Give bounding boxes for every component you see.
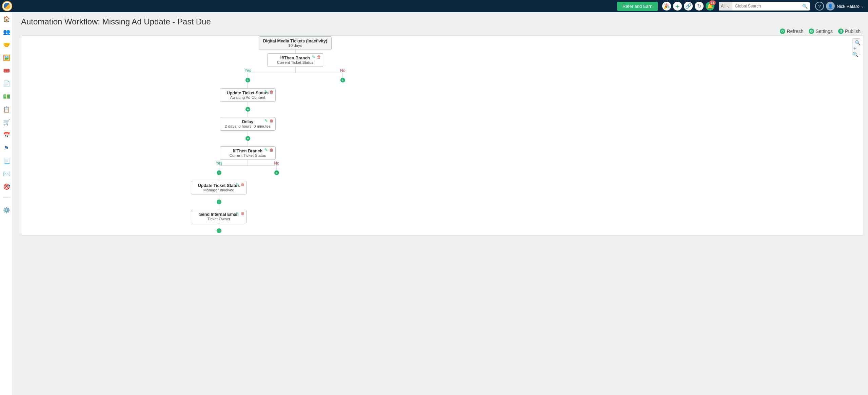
- page-title: Automation Workflow: Missing Ad Update -…: [21, 17, 863, 26]
- add-step-final[interactable]: +: [217, 228, 221, 233]
- delete-icon[interactable]: 🗑: [317, 55, 321, 59]
- publish-label: Publish: [845, 29, 861, 34]
- notifications-icon[interactable]: 🔔32: [706, 2, 714, 11]
- add-step-yes-1[interactable]: +: [245, 78, 250, 82]
- branch-1-yes-label: Yes: [244, 68, 251, 73]
- node-trigger-title: Digital Media Tickets (Inactivity): [262, 39, 328, 43]
- branch-2-no-label: No: [274, 161, 279, 166]
- delete-icon[interactable]: 🗑: [270, 118, 274, 123]
- node-branch-1-sub: Current Ticket Status: [271, 60, 319, 64]
- add-step-no-1[interactable]: +: [340, 78, 345, 82]
- refresh-button[interactable]: ⟳ Refresh: [780, 29, 803, 34]
- edit-icon[interactable]: ✎: [236, 182, 239, 187]
- node-trigger[interactable]: Digital Media Tickets (Inactivity) 10 da…: [259, 36, 332, 50]
- edit-icon[interactable]: ✎: [264, 148, 268, 152]
- side-nav: 🏠 👥 🤝 🖼️ 🎟️ 📄 💵 📋 🛒 📅 ⚑ 📃 ✉️ 🎯 ⚙️: [0, 12, 13, 395]
- branch-1-no-label: No: [340, 68, 345, 73]
- node-email[interactable]: ✎ 🗑 Send Internal Email Ticket Owner: [191, 210, 247, 223]
- nav-docs-icon[interactable]: 📄: [3, 80, 10, 87]
- add-step-after-update-2[interactable]: +: [217, 200, 221, 204]
- top-bar: Refer and Earn 🎉 ＋ 🔗 ↻ 🔔32 All ⌄ 🔍 ? 👤 N…: [0, 0, 868, 12]
- nav-contacts-icon[interactable]: 👥: [3, 29, 10, 35]
- node-delay[interactable]: ✎ 🗑 Delay 2 days, 0 hours, 0 minutes: [220, 117, 276, 131]
- celebrate-icon[interactable]: 🎉: [662, 2, 671, 11]
- edit-icon[interactable]: ✎: [264, 90, 268, 94]
- nav-deals-icon[interactable]: 🤝: [3, 41, 10, 48]
- settings-label: Settings: [815, 29, 833, 34]
- settings-icon: ⚙: [809, 29, 814, 34]
- refresh-label: Refresh: [787, 29, 803, 34]
- search-scope-label: All: [721, 4, 725, 8]
- notification-badge: 32: [709, 0, 716, 5]
- history-icon[interactable]: ↻: [695, 2, 704, 11]
- edit-icon[interactable]: ✎: [264, 118, 268, 123]
- settings-button[interactable]: ⚙ Settings: [809, 29, 833, 34]
- nav-settings-icon[interactable]: ⚙️: [3, 207, 10, 213]
- node-branch-1[interactable]: ✎ 🗑 If/Then Branch Current Ticket Status: [267, 53, 323, 67]
- nav-media-icon[interactable]: 🖼️: [3, 54, 10, 61]
- nav-tickets-icon[interactable]: 🎟️: [3, 67, 10, 74]
- search-scope-dropdown[interactable]: All ⌄: [719, 2, 732, 11]
- add-step-after-update-1[interactable]: +: [245, 107, 250, 112]
- search-input[interactable]: [732, 2, 800, 11]
- workflow-canvas[interactable]: −🔍 ＋🔍: [21, 35, 863, 236]
- publish-button[interactable]: ⬆ Publish: [838, 29, 861, 34]
- link-icon[interactable]: 🔗: [684, 2, 693, 11]
- app-logo[interactable]: [2, 1, 12, 11]
- node-update-1[interactable]: ✎ 🗑 Update Ticket Status Awaiting Ad Con…: [220, 88, 276, 102]
- avatar[interactable]: 👤: [826, 2, 835, 11]
- node-update-2[interactable]: ✎ 🗑 Update Ticket Status Manager Involve…: [191, 181, 247, 194]
- node-update-1-sub: Awaiting Ad Content: [223, 95, 272, 99]
- add-icon[interactable]: ＋: [673, 2, 682, 11]
- refresh-icon: ⟳: [780, 29, 785, 34]
- search-icon[interactable]: 🔍: [800, 4, 810, 9]
- edit-icon[interactable]: ✎: [236, 211, 239, 216]
- chevron-down-icon: ⌄: [727, 4, 730, 8]
- delete-icon[interactable]: 🗑: [270, 90, 274, 94]
- user-menu-chevron-icon[interactable]: ⌄: [861, 4, 864, 8]
- node-branch-2[interactable]: ✎ 🗑 If/Then Branch Current Ticket Status: [220, 146, 276, 160]
- nav-segments-icon[interactable]: 🎯: [3, 183, 10, 190]
- nav-home-icon[interactable]: 🏠: [3, 16, 10, 22]
- nav-tasks-icon[interactable]: 📋: [3, 106, 10, 113]
- nav-word-icon[interactable]: 📃: [3, 157, 10, 164]
- global-search: All ⌄ 🔍: [719, 2, 810, 11]
- add-step-yes-2[interactable]: +: [217, 170, 221, 175]
- node-update-2-sub: Manager Involved: [195, 188, 243, 192]
- nav-billing-icon[interactable]: 💵: [3, 93, 10, 100]
- page: Automation Workflow: Missing Ad Update -…: [13, 12, 868, 395]
- publish-icon: ⬆: [838, 29, 844, 34]
- node-trigger-sub: 10 days: [262, 43, 328, 48]
- edit-icon[interactable]: ✎: [312, 55, 315, 59]
- node-email-sub: Ticket Owner: [195, 217, 243, 221]
- help-icon[interactable]: ?: [815, 2, 824, 11]
- nav-flag-icon[interactable]: ⚑: [3, 145, 10, 151]
- nav-calendar-icon[interactable]: 📅: [3, 132, 10, 138]
- delete-icon[interactable]: 🗑: [241, 182, 245, 187]
- user-name[interactable]: Nick Pataro: [837, 4, 860, 9]
- connectors: [21, 36, 863, 235]
- delete-icon[interactable]: 🗑: [270, 148, 274, 152]
- node-branch-2-sub: Current Ticket Status: [223, 153, 272, 157]
- node-delay-sub: 2 days, 0 hours, 0 minutes: [223, 124, 272, 128]
- refer-earn-button[interactable]: Refer and Earn: [617, 2, 658, 11]
- nav-mail-icon[interactable]: ✉️: [3, 170, 10, 177]
- add-step-after-delay[interactable]: +: [245, 136, 250, 141]
- nav-cart-icon[interactable]: 🛒: [3, 119, 10, 126]
- action-bar: ⟳ Refresh ⚙ Settings ⬆ Publish: [21, 29, 863, 34]
- nav-separator: [3, 198, 10, 198]
- delete-icon[interactable]: 🗑: [241, 211, 245, 216]
- branch-2-yes-label: Yes: [216, 161, 222, 166]
- add-step-no-2[interactable]: +: [274, 170, 279, 175]
